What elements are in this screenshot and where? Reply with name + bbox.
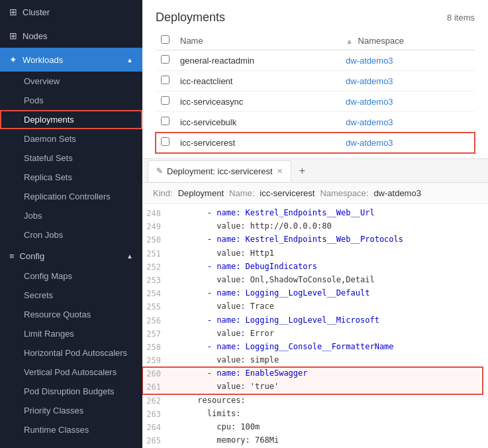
line-number: 258 <box>142 341 169 354</box>
add-tab-button[interactable]: + <box>293 161 312 181</box>
line-content: limits: <box>169 408 488 420</box>
close-tab-icon[interactable]: ✕ <box>277 167 283 176</box>
code-line: 248 - name: Kestrel_Endpoints__Web__Url <box>142 207 488 220</box>
line-number: 254 <box>142 287 169 300</box>
sort-icon: ▲ <box>346 37 353 45</box>
deployment-namespace[interactable]: dw-atdemo3 <box>340 50 475 71</box>
editor-area: Kind: Deployment Name: icc-servicerest N… <box>142 183 488 448</box>
line-content: value: http://0.0.0.0:80 <box>169 220 488 233</box>
code-line: 252 - name: DebugIndicators <box>142 260 488 274</box>
table-row[interactable]: icc-servicebulk dw-atdemo3 <box>156 112 475 133</box>
sidebar: ⊞ Cluster ⊞ Nodes ✦ Workloads ▲ Overview… <box>0 0 142 448</box>
main-content: Deployments 8 items Name ▲ Namespace g <box>142 0 488 448</box>
kind-value: Deployment <box>178 188 224 198</box>
row-checkbox[interactable] <box>161 117 170 125</box>
deployment-namespace[interactable]: dw-atdemo3 <box>340 71 475 91</box>
deployment-namespace[interactable]: dw-atdemo3 <box>340 112 475 133</box>
line-content: value: Onl,ShadowToConsole,Detail <box>169 274 488 286</box>
sidebar-item-jobs[interactable]: Jobs <box>0 206 142 225</box>
code-line: 253 value: Onl,ShadowToConsole,Detail <box>142 274 488 287</box>
sidebar-item-nodes[interactable]: ⊞ Nodes <box>0 24 142 48</box>
name-column-header: Name <box>175 31 340 50</box>
config-icon: ≡ <box>9 251 15 261</box>
table-row[interactable]: general-reactadmin dw-atdemo3 <box>156 50 475 71</box>
sidebar-item-hpa[interactable]: Horizontal Pod Autoscalers <box>0 343 142 363</box>
sidebar-item-vpa[interactable]: Vertical Pod Autoscalers <box>0 363 142 382</box>
workloads-chevron: ▲ <box>126 56 133 64</box>
line-content: - name: Logging__LogLevel__Default <box>169 287 488 300</box>
code-line: 256 - name: Logging__LogLevel__Microsoft <box>142 314 488 327</box>
code-line: 262 resources: <box>142 394 488 408</box>
code-line: 254 - name: Logging__LogLevel__Default <box>142 287 488 300</box>
line-content: value: Trace <box>169 300 488 313</box>
sidebar-config-label: Config <box>20 251 45 261</box>
sidebar-item-cluster[interactable]: ⊞ Cluster <box>0 0 142 24</box>
namespace-column-header: ▲ Namespace <box>340 31 475 50</box>
row-checkbox[interactable] <box>161 55 170 64</box>
sidebar-item-secrets[interactable]: Secrets <box>0 286 142 305</box>
sidebar-item-pdb[interactable]: Pod Disruption Budgets <box>0 382 142 401</box>
deployment-namespace[interactable]: dw-atdemo3 <box>340 91 475 112</box>
row-checkbox[interactable] <box>161 76 170 84</box>
name-label: Name: <box>229 188 254 198</box>
line-number: 248 <box>142 207 169 220</box>
code-line: 251 value: Http1 <box>142 247 488 260</box>
line-content: - name: Logging__LogLevel__Microsoft <box>169 314 488 327</box>
sidebar-item-priority-classes[interactable]: Priority Classes <box>0 401 142 420</box>
line-content: - name: Logging__Console__FormatterName <box>169 341 488 353</box>
code-line: 264 cpu: 100m <box>142 421 488 434</box>
sidebar-item-runtime-classes[interactable]: Runtime Classes <box>0 420 142 439</box>
table-row[interactable]: icc-servicerest dw-atdemo3 <box>156 133 475 153</box>
sidebar-item-stateful-sets[interactable]: Stateful Sets <box>0 148 142 168</box>
line-number: 264 <box>142 421 169 434</box>
row-checkbox[interactable] <box>161 137 170 146</box>
sidebar-item-replica-sets[interactable]: Replica Sets <box>0 168 142 187</box>
sidebar-item-config-maps[interactable]: Config Maps <box>0 266 142 286</box>
table-row[interactable]: icc-reactclient dw-atdemo3 <box>156 71 475 91</box>
deployments-title: Deployments <box>156 11 225 25</box>
sidebar-item-limit-ranges[interactable]: Limit Ranges <box>0 324 142 343</box>
tab-bar: ✎ Deployment: icc-servicerest ✕ + <box>142 159 488 183</box>
table-row[interactable]: icc-serviceasync dw-atdemo3 <box>156 91 475 112</box>
sidebar-item-pods[interactable]: Pods <box>0 91 142 110</box>
line-number: 253 <box>142 274 169 287</box>
deployment-name: general-reactadmin <box>175 50 340 71</box>
sidebar-item-deployments[interactable]: Deployments <box>0 110 142 129</box>
sidebar-item-cron-jobs[interactable]: Cron Jobs <box>0 225 142 245</box>
line-content: value: Error <box>169 327 488 340</box>
sidebar-item-replication-controllers[interactable]: Replication Controllers <box>0 187 142 206</box>
deployments-count: 8 items <box>447 13 475 23</box>
line-number: 263 <box>142 408 169 421</box>
deployment-name: icc-reactclient <box>175 71 340 91</box>
select-all-checkbox[interactable] <box>161 35 170 44</box>
deployment-namespace[interactable]: dw-atdemo3 <box>340 133 475 153</box>
row-checkbox[interactable] <box>161 96 170 105</box>
line-content: - name: EnableSwagger <box>169 367 480 380</box>
line-content: - name: Kestrel_Endpoints__Web__Url <box>169 207 488 219</box>
sidebar-item-config[interactable]: ≡ Config ▲ <box>0 245 142 266</box>
code-area: 248 - name: Kestrel_Endpoints__Web__Url2… <box>142 204 488 448</box>
code-line: 263 limits: <box>142 408 488 421</box>
line-number: 250 <box>142 233 169 247</box>
tab-icc-servicerest[interactable]: ✎ Deployment: icc-servicerest ✕ <box>148 160 291 182</box>
line-number: 251 <box>142 247 169 260</box>
ns-value: dw-atdemo3 <box>373 188 421 198</box>
ns-label: Namespace: <box>320 188 368 198</box>
line-number: 265 <box>142 434 169 447</box>
deployment-name: icc-serviceasync <box>175 91 340 112</box>
line-content: - name: DebugIndicators <box>169 260 488 273</box>
line-number: 259 <box>142 354 169 367</box>
code-line: 255 value: Trace <box>142 300 488 313</box>
tab-label: Deployment: icc-servicerest <box>167 166 273 176</box>
sidebar-item-resource-quotas[interactable]: Resource Quotas <box>0 305 142 324</box>
line-number: 261 <box>142 380 169 394</box>
code-line: 257 value: Error <box>142 327 488 341</box>
sidebar-item-workloads[interactable]: ✦ Workloads ▲ <box>0 48 142 72</box>
line-content: value: 'true' <box>169 380 480 393</box>
config-chevron: ▲ <box>126 252 133 260</box>
sidebar-item-daemon-sets[interactable]: Daemon Sets <box>0 129 142 148</box>
line-content: - name: Kestrel_Endpoints__Web__Protocol… <box>169 233 488 246</box>
sidebar-item-overview[interactable]: Overview <box>0 72 142 91</box>
line-number: 257 <box>142 327 169 341</box>
deployment-name: icc-servicebulk <box>175 112 340 133</box>
